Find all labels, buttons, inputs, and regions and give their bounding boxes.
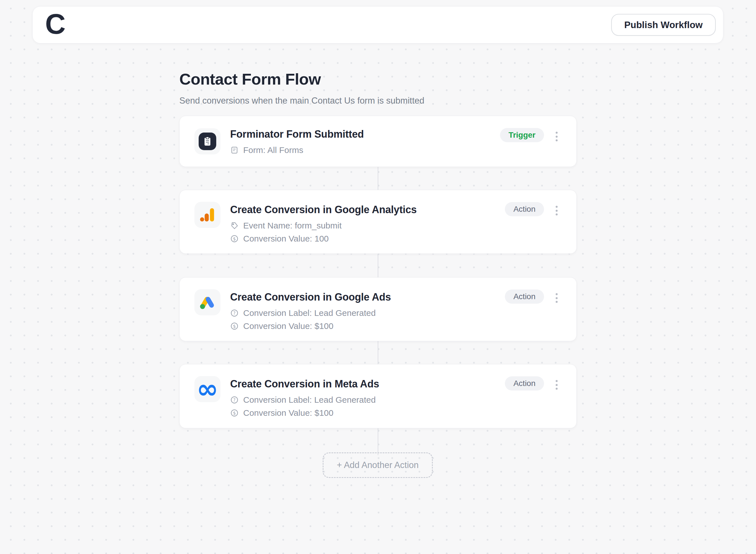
google-ads-logo-icon (199, 293, 216, 311)
kebab-menu-icon[interactable] (551, 205, 562, 216)
add-another-action-button[interactable]: + Add Another Action (323, 452, 433, 478)
google-analytics-logo-icon (199, 206, 216, 224)
svg-text:$: $ (233, 410, 236, 416)
tag-icon (230, 221, 239, 230)
action-badge: Action (505, 289, 544, 304)
question-circle-icon: ? (230, 309, 239, 317)
node-meta-text: Event Name: form_submit (243, 221, 342, 230)
google-analytics-icon (194, 202, 221, 228)
publish-workflow-button[interactable]: Publish Workflow (611, 14, 716, 36)
node-title: Create Conversion in Google Ads (230, 291, 391, 303)
node-meta-row: Form: All Forms (230, 145, 364, 155)
workflow-node-google-analytics[interactable]: Create Conversion in Google Analytics Ev… (179, 190, 577, 254)
svg-text:?: ? (233, 398, 236, 403)
node-meta-text: Conversion Value: $100 (243, 321, 334, 331)
node-meta-text: Conversion Value: 100 (243, 234, 329, 243)
node-title: Create Conversion in Meta Ads (230, 378, 379, 390)
kebab-menu-icon[interactable] (551, 292, 562, 304)
top-bar: C Publish Workflow (32, 6, 723, 43)
node-meta-row: $ Conversion Value: $100 (230, 321, 391, 331)
page-title: Contact Form Flow (179, 70, 577, 88)
clipboard-icon (202, 136, 213, 147)
node-meta-text: Form: All Forms (243, 145, 303, 155)
google-ads-icon (194, 289, 221, 315)
app-logo: C (45, 10, 64, 38)
svg-text:?: ? (233, 311, 236, 316)
page-head: Contact Form Flow Send conversions when … (179, 70, 577, 106)
node-meta-text: Conversion Value: $100 (243, 408, 334, 418)
form-document-icon (230, 146, 239, 154)
meta-logo-icon: ∞ (197, 380, 219, 398)
svg-text:$: $ (233, 324, 236, 329)
node-meta-row: $ Conversion Value: 100 (230, 234, 417, 243)
node-meta-text: Conversion Label: Lead Generated (243, 308, 376, 318)
dollar-circle-icon: $ (230, 409, 239, 417)
workflow-node-trigger[interactable]: Forminator Form Submitted Form: All Form… (179, 116, 577, 167)
kebab-menu-icon[interactable] (551, 379, 562, 391)
node-title: Create Conversion in Google Analytics (230, 204, 417, 216)
workflow-node-google-ads[interactable]: Create Conversion in Google Ads ? Conver… (179, 277, 577, 341)
question-circle-icon: ? (230, 396, 239, 404)
node-meta-row: Event Name: form_submit (230, 221, 417, 230)
forminator-clipboard-icon (194, 128, 221, 154)
action-badge: Action (505, 376, 544, 391)
page-subtitle: Send conversions when the main Contact U… (179, 96, 577, 106)
node-meta-text: Conversion Label: Lead Generated (243, 395, 376, 405)
action-badge: Action (505, 202, 544, 216)
node-title: Forminator Form Submitted (230, 128, 364, 140)
meta-infinity-icon: ∞ (194, 376, 221, 402)
trigger-badge: Trigger (500, 128, 544, 142)
node-meta-row: $ Conversion Value: $100 (230, 408, 379, 418)
node-meta-row: ? Conversion Label: Lead Generated (230, 308, 391, 318)
workflow-node-meta-ads[interactable]: ∞ Create Conversion in Meta Ads ? Conver… (179, 364, 577, 428)
dollar-circle-icon: $ (230, 234, 239, 243)
kebab-menu-icon[interactable] (551, 131, 562, 142)
svg-text:$: $ (233, 236, 236, 241)
node-meta-row: ? Conversion Label: Lead Generated (230, 395, 379, 405)
dollar-circle-icon: $ (230, 322, 239, 330)
